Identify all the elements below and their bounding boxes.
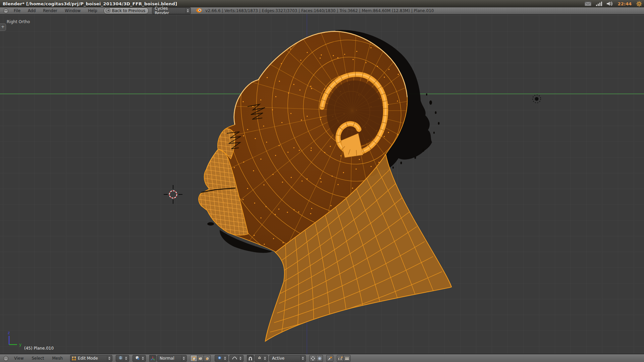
mail-icon[interactable] [585,2,591,6]
blender-logo-icon [196,8,202,14]
snap-toggle-button[interactable] [247,355,254,362]
viewport-canvas[interactable]: zy [0,14,644,354]
falloff-select[interactable] [229,355,244,362]
face-select-button[interactable] [204,355,211,362]
settings-gear-icon[interactable] [636,1,642,7]
axis-gizmo-z-label: z [8,330,10,335]
interaction-mode-select[interactable]: Edit Mode [70,355,112,362]
network-signal-icon[interactable] [596,2,602,6]
menu-window[interactable]: Window [61,7,84,14]
menu-add[interactable]: Add [24,7,39,14]
pivot-median-icon [135,356,140,361]
face-select-icon [205,356,210,361]
snap-self-button[interactable] [309,355,316,362]
snap-peel-icon [328,356,332,361]
axis-gizmo: zy [8,330,21,347]
editor-type-icon [3,8,8,13]
viewport-3d[interactable]: zy Right Ortho (45) Plane.010 + [0,14,644,354]
snap-element-cube-icon [257,356,262,361]
snap-self-icon [311,356,315,361]
view3d-editor-type-icon [3,356,8,361]
proportional-edit-icon [217,356,222,361]
falloff-stepper[interactable] [238,356,243,361]
vertex-select-button[interactable] [190,355,197,362]
snap-element-select[interactable] [255,355,268,362]
pivot-point-select[interactable] [132,355,146,362]
engine-stepper[interactable] [185,8,190,13]
cursor-3d [164,185,182,204]
select-mode-group [190,355,211,362]
menu-mesh[interactable]: Mesh [48,355,67,362]
proportional-stepper[interactable] [223,356,227,361]
transform-orientation-select[interactable]: Normal [157,355,187,362]
manipulator-toggle-button[interactable] [149,355,156,362]
window-title: Blender* [/home/cogitas3d/prj/P_boisei_2… [0,1,177,6]
volume-icon[interactable] [607,1,613,6]
system-tray: 22:44 [585,0,642,7]
view3d-editor-type-button[interactable] [1,355,10,361]
edit-mode-icon [72,356,76,361]
clock[interactable]: 22:44 [618,1,632,6]
menu-file[interactable]: File [10,7,24,14]
shading-stepper[interactable] [124,356,128,361]
back-to-previous-button[interactable]: Back to Previous [104,7,149,14]
mode-stepper[interactable] [107,356,111,361]
magnet-icon [248,356,253,361]
snap-target-select[interactable]: Active [269,355,306,362]
snap-group [247,355,254,362]
active-object-label: (45) Plane.010 [24,346,54,351]
opengl-render-still-button[interactable] [337,355,344,362]
proportional-edit-select[interactable] [215,355,228,362]
back-arrow-icon [106,8,110,13]
snap-options-group [309,355,323,362]
snap-peel-group [326,355,333,362]
opengl-render-group [337,355,351,362]
camera-icon [338,356,343,361]
os-titlebar: Blender* [/home/cogitas3d/prj/P_boisei_2… [0,0,644,7]
vertex-select-icon [192,356,196,361]
lamp-object[interactable] [533,95,541,103]
scene-statistics: v2.66.6 | Verts:1683/1873 | Edges:3327/3… [205,8,434,13]
snap-target-stepper[interactable] [301,356,305,361]
render-engine-select[interactable]: Cycles Render [152,7,191,14]
info-header: File Add Render Window Help Back to Prev… [0,7,644,14]
snap-peel-button[interactable] [326,355,333,362]
viewport-shading-select[interactable] [116,355,129,362]
snap-element-stepper[interactable] [263,356,267,361]
snap-project-button[interactable] [316,355,323,362]
edge-select-icon [198,356,203,361]
axis-tripod-icon [151,356,155,361]
orientation-stepper[interactable] [181,356,186,361]
axis-gizmo-y-label: y [19,342,21,347]
menu-view[interactable]: View [10,355,28,362]
toolshelf-expand-tab[interactable]: + [0,23,6,31]
pivot-stepper[interactable] [141,356,145,361]
view3d-header: View Select Mesh Edit Mode Normal [0,354,644,362]
edge-select-button[interactable] [197,355,204,362]
menu-select[interactable]: Select [28,355,48,362]
opengl-render-anim-button[interactable] [344,355,351,362]
shading-sphere-icon [118,356,123,361]
editor-type-button[interactable] [1,8,10,14]
menu-help[interactable]: Help [84,7,101,14]
falloff-curve-icon [232,356,237,361]
view-orientation-label: Right Ortho [7,19,30,24]
manipulator-group [149,355,156,362]
clapperboard-icon [344,356,350,361]
snap-project-icon [317,356,322,361]
menu-render[interactable]: Render [39,7,61,14]
